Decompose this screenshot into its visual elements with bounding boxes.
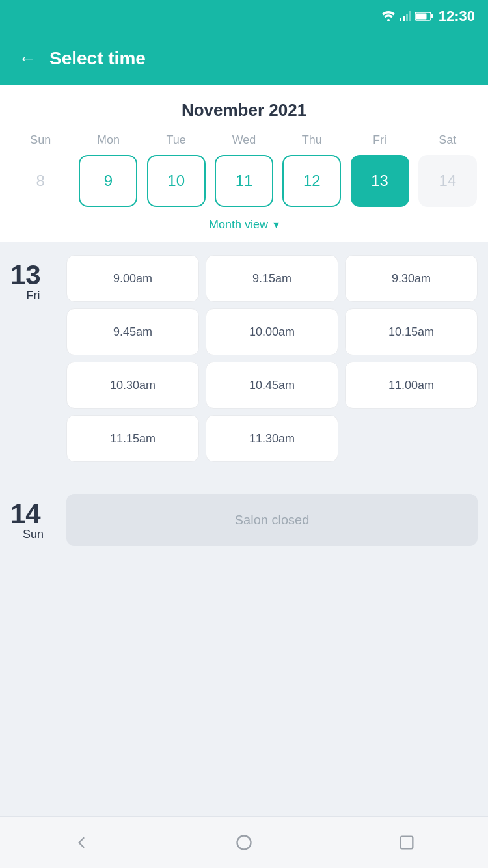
weekday-tue: Tue [147,133,206,147]
month-view-label: Month view [209,218,268,232]
time-slot[interactable]: 10.30am [66,362,199,409]
month-title: November 2021 [0,100,488,120]
time-grid-13: 9.00am 9.15am 9.30am 9.45am 10.00am 10.1… [66,255,478,462]
status-bar: 12:30 [0,0,488,33]
day-name-14: Sun [10,528,56,541]
svg-rect-4 [409,11,411,21]
day-label-13: 13 Fri [10,255,56,462]
back-button[interactable]: ← [18,49,36,68]
chevron-down-icon: ▾ [273,217,279,232]
svg-rect-7 [416,14,426,20]
weekday-wed: Wed [215,133,273,147]
nav-home-icon [235,834,253,852]
nav-recent-button[interactable] [392,828,421,857]
time-slot[interactable]: 10.15am [345,308,478,355]
nav-home-button[interactable] [230,828,258,857]
nav-back-button[interactable] [67,828,96,857]
svg-rect-9 [401,836,413,848]
date-row: 8 9 10 11 12 13 14 [0,155,488,207]
date-11[interactable]: 11 [215,155,273,207]
date-8: 8 [11,155,70,207]
section-divider [10,478,478,478]
time-slot[interactable]: 11.30am [206,415,338,462]
signal-icon [400,11,411,21]
day-block-13: 13 Fri 9.00am 9.15am 9.30am 9.45am 10.00… [10,255,478,462]
weekday-thu: Thu [282,133,341,147]
status-time: 12:30 [439,8,475,25]
calendar-section: November 2021 Sun Mon Tue Wed Thu Fri Sa… [0,85,488,242]
weekday-mon: Mon [79,133,137,147]
svg-point-0 [387,19,390,21]
month-view-toggle[interactable]: Month view ▾ [0,217,488,232]
nav-bar [0,816,488,868]
status-icons [381,11,433,21]
svg-rect-6 [431,14,433,18]
day-number-14: 14 [10,500,56,528]
svg-rect-3 [406,14,408,21]
weekday-row: Sun Mon Tue Wed Thu Fri Sat [0,133,488,147]
slots-section: 13 Fri 9.00am 9.15am 9.30am 9.45am 10.00… [0,242,488,816]
weekday-sat: Sat [418,133,477,147]
salon-closed-box: Salon closed [66,494,478,546]
nav-recent-icon [398,834,416,852]
time-slot[interactable]: 9.45am [66,308,199,355]
nav-back-icon [72,834,90,852]
wifi-icon [381,11,396,21]
app-header: ← Select time [0,33,488,85]
time-slot[interactable]: 10.00am [206,308,338,355]
day-label-14: 14 Sun [10,494,56,546]
battery-icon [415,12,433,21]
day-name-13: Fri [10,289,56,303]
weekday-fri: Fri [351,133,409,147]
date-13[interactable]: 13 [351,155,409,207]
date-12[interactable]: 12 [282,155,341,207]
time-slot[interactable]: 9.15am [206,255,338,302]
day-number-13: 13 [10,262,56,289]
date-9[interactable]: 9 [79,155,137,207]
svg-rect-2 [403,16,405,21]
time-slot[interactable]: 10.45am [206,362,338,409]
day-block-14: 14 Sun Salon closed [10,494,478,546]
time-slot[interactable]: 11.15am [66,415,199,462]
date-14: 14 [418,155,477,207]
salon-closed-label: Salon closed [235,513,310,528]
page-title: Select time [49,48,146,69]
date-10[interactable]: 10 [147,155,206,207]
svg-point-8 [237,835,251,849]
svg-rect-1 [400,18,401,21]
time-slot[interactable]: 9.00am [66,255,199,302]
time-slot[interactable]: 11.00am [345,362,478,409]
time-slot[interactable]: 9.30am [345,255,478,302]
weekday-sun: Sun [11,133,70,147]
